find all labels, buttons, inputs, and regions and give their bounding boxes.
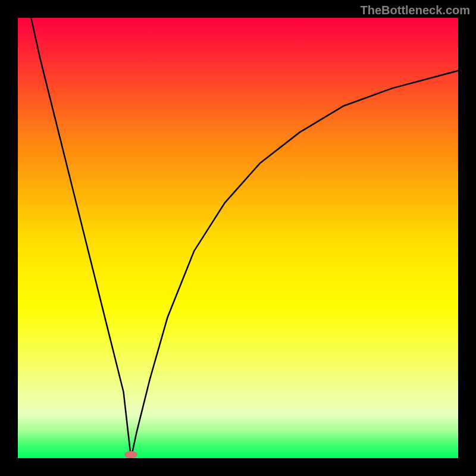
chart-plot-area bbox=[18, 18, 458, 458]
bottleneck-curve bbox=[18, 18, 458, 458]
watermark-text: TheBottleneck.com bbox=[361, 4, 470, 17]
optimal-marker bbox=[124, 451, 137, 458]
